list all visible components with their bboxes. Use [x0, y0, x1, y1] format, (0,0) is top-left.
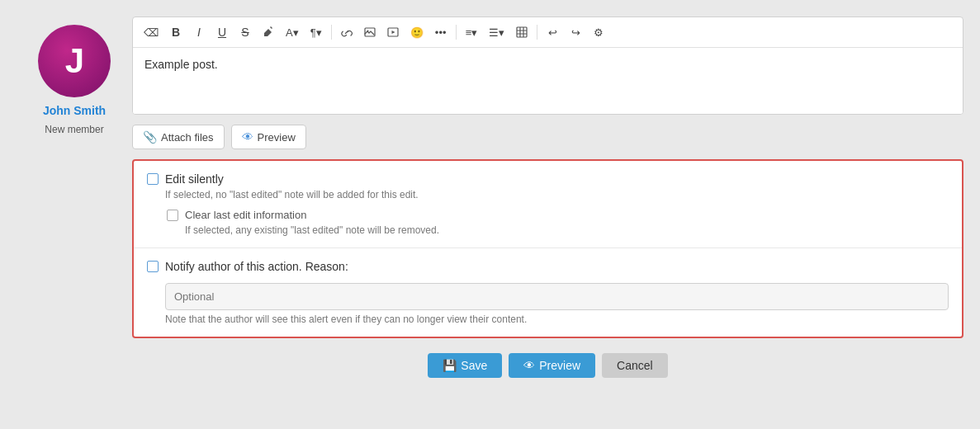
notify-section: Notify author of this action. Reason: No… [134, 248, 962, 337]
editor-body[interactable]: Example post. [133, 48, 963, 114]
separator-1 [331, 25, 332, 40]
notify-label: Notify author of this action. Reason: [165, 260, 348, 273]
underline-button[interactable]: U [212, 22, 232, 42]
user-role: New member [45, 124, 103, 135]
save-button[interactable]: 💾 Save [428, 353, 502, 378]
preview-icon: 👁 [523, 359, 535, 372]
italic-button[interactable]: I [189, 22, 209, 42]
emoji-button[interactable]: 🙂 [406, 22, 428, 42]
media-button[interactable] [383, 22, 403, 42]
clear-last-edit-checkbox[interactable] [167, 210, 178, 221]
options-panel: Edit silently If selected, no "last edit… [132, 159, 963, 338]
eye-icon: 👁 [242, 130, 253, 144]
user-name: John Smith [43, 104, 106, 117]
sidebar: J John Smith New member [17, 16, 132, 135]
list-button[interactable]: ☰▾ [485, 22, 509, 42]
svg-rect-3 [517, 27, 527, 37]
paragraph-button[interactable]: ¶▾ [306, 22, 326, 42]
notify-note: Note that the author will see this alert… [165, 314, 949, 325]
settings-button[interactable]: ⚙ [589, 22, 608, 42]
bold-button[interactable]: B [166, 22, 186, 42]
edit-silently-row: Edit silently [147, 172, 949, 186]
editor-container: ⌫ B I U S A▾ ¶▾ 🙂 [132, 16, 963, 115]
separator-3 [537, 25, 537, 40]
page-wrapper: J John Smith New member ⌫ B I U S A▾ ¶▾ [8, 8, 972, 429]
main-content: ⌫ B I U S A▾ ¶▾ 🙂 [132, 16, 963, 381]
footer-bar: 💾 Save 👁 Preview Cancel [132, 345, 963, 381]
action-row: 📎 Attach files 👁 Preview [132, 121, 963, 153]
footer-preview-button[interactable]: 👁 Preview [509, 353, 595, 378]
toolbar: ⌫ B I U S A▾ ¶▾ 🙂 [133, 17, 963, 48]
table-button[interactable] [512, 22, 532, 42]
notify-row: Notify author of this action. Reason: [147, 260, 949, 273]
paperclip-icon: 📎 [143, 130, 157, 144]
image-button[interactable] [360, 22, 380, 42]
notify-checkbox[interactable] [147, 261, 159, 272]
edit-silently-section: Edit silently If selected, no "last edit… [134, 161, 962, 248]
undo-button[interactable]: ↩ [542, 22, 562, 42]
save-icon: 💾 [443, 359, 457, 372]
cancel-button[interactable]: Cancel [602, 353, 668, 378]
clear-last-edit-label: Clear last edit information [185, 209, 306, 221]
link-button[interactable] [337, 22, 357, 42]
clear-last-edit-row: Clear last edit information [167, 209, 949, 221]
strikethrough-button[interactable]: S [235, 22, 255, 42]
attach-files-button[interactable]: 📎 Attach files [132, 125, 225, 149]
clear-last-edit-desc: If selected, any existing "last edited" … [185, 224, 949, 236]
separator-2 [456, 25, 457, 40]
edit-silently-desc: If selected, no "last edited" note will … [165, 189, 949, 200]
more-button[interactable]: ••• [431, 22, 451, 42]
align-button[interactable]: ≡▾ [462, 22, 482, 42]
notify-reason-input[interactable] [165, 283, 949, 310]
preview-action-button[interactable]: 👁 Preview [231, 125, 306, 149]
edit-silently-label: Edit silently [165, 172, 224, 186]
edit-silently-checkbox[interactable] [147, 173, 159, 185]
redo-button[interactable]: ↪ [566, 22, 585, 42]
avatar: J [38, 25, 111, 97]
font-size-button[interactable]: A▾ [282, 22, 303, 42]
highlight-button[interactable] [258, 22, 278, 42]
eraser-button[interactable]: ⌫ [140, 22, 163, 42]
